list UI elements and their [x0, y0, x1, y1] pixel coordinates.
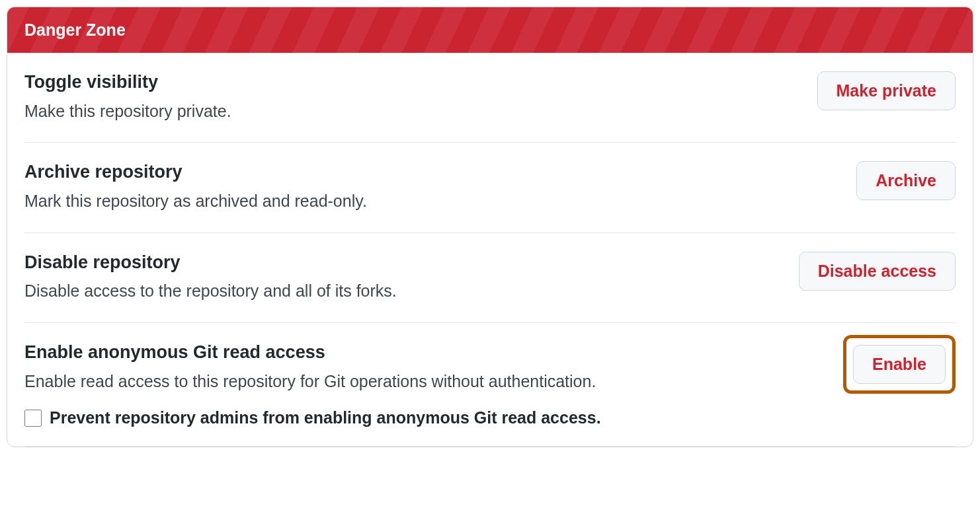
toggle-visibility-row: Toggle visibility Make this repository p…	[24, 53, 956, 143]
danger-zone-panel: Danger Zone Toggle visibility Make this …	[7, 7, 973, 447]
archive-repository-text: Archive repository Mark this repository …	[24, 161, 840, 213]
disable-repository-row: Disable repository Disable access to the…	[24, 233, 956, 323]
anonymous-git-read-text: Enable anonymous Git read access Enable …	[24, 342, 827, 427]
prevent-admins-label[interactable]: Prevent repository admins from enabling …	[50, 408, 601, 427]
disable-repository-title: Disable repository	[24, 252, 783, 274]
prevent-admins-checkbox[interactable]	[24, 410, 42, 427]
archive-repository-description: Mark this repository as archived and rea…	[24, 189, 840, 214]
danger-zone-body: Toggle visibility Make this repository p…	[7, 53, 973, 447]
archive-repository-row: Archive repository Mark this repository …	[24, 143, 956, 233]
enable-button[interactable]: Enable	[853, 345, 946, 384]
disable-repository-text: Disable repository Disable access to the…	[24, 252, 783, 304]
anonymous-git-read-row: Enable anonymous Git read access Enable …	[24, 323, 956, 447]
toggle-visibility-title: Toggle visibility	[24, 71, 801, 94]
toggle-visibility-description: Make this repository private.	[24, 99, 801, 124]
archive-button[interactable]: Archive	[856, 161, 956, 200]
danger-zone-header: Danger Zone	[7, 7, 973, 53]
anonymous-git-read-description: Enable read access to this repository fo…	[24, 369, 827, 394]
anonymous-git-read-title: Enable anonymous Git read access	[24, 342, 827, 364]
prevent-admins-checkbox-row: Prevent repository admins from enabling …	[24, 408, 827, 427]
archive-repository-title: Archive repository	[24, 161, 840, 184]
enable-button-highlight: Enable	[843, 335, 956, 394]
disable-access-button[interactable]: Disable access	[799, 252, 956, 291]
make-private-button[interactable]: Make private	[817, 71, 956, 110]
disable-repository-description: Disable access to the repository and all…	[24, 279, 783, 304]
toggle-visibility-text: Toggle visibility Make this repository p…	[24, 71, 801, 124]
